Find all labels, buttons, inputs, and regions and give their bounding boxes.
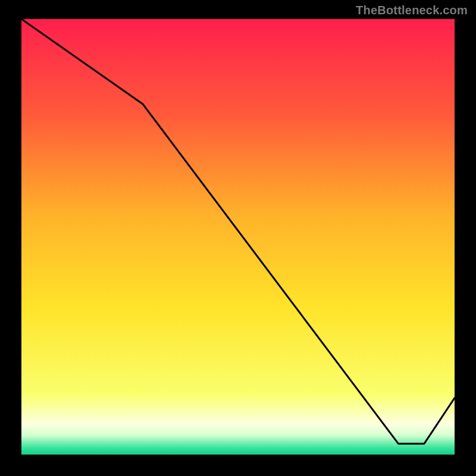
watermark-text: TheBottleneck.com: [356, 4, 468, 17]
data-line: [21, 19, 455, 455]
plot-area: [21, 19, 455, 455]
chart-frame: TheBottleneck.com: [0, 0, 476, 476]
